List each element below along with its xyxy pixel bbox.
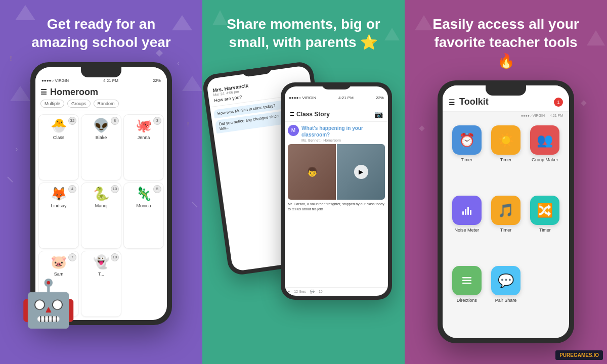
tool-timer-1[interactable]: ⏰ Timer: [450, 125, 484, 191]
svg-rect-23: [462, 280, 471, 282]
toolkit-hamburger-icon[interactable]: ☰: [449, 98, 455, 106]
play-button[interactable]: ▶: [354, 165, 368, 179]
tool-label-directions: Directions: [457, 298, 477, 303]
tool-label-timer-3: Timer: [500, 228, 512, 233]
story-attribution: Ms. Bennett · Homeroom: [301, 139, 385, 142]
student-card-lindsay[interactable]: 4 🦊 Lindsay: [38, 183, 79, 249]
watermark-suffix: .IO: [592, 352, 599, 358]
tab-groups[interactable]: Groups: [67, 100, 91, 108]
directions-icon: [452, 266, 482, 295]
phone-notch-1: [81, 67, 121, 77]
tool-label-noise-meter: Noise Meter: [454, 228, 479, 233]
notification-badge: 1: [554, 98, 563, 107]
svg-line-11: [192, 202, 197, 207]
signal-1: ●●●●○ VIRGIN: [41, 78, 69, 83]
phone-outer-3: ☰ Toolkit 1 ●●●●○ VIRGIN 4:21 PM ⏰ Timer: [438, 80, 574, 343]
story-title: Class Story: [296, 111, 330, 118]
tool-timer-3[interactable]: 🎵 Timer: [489, 196, 523, 261]
svg-rect-22: [462, 277, 471, 279]
monster-t: 👻: [93, 254, 109, 270]
tab-multiple[interactable]: Multiple: [40, 100, 64, 108]
story-hamburger-icon[interactable]: ☰: [290, 111, 294, 117]
svg-rect-24: [462, 283, 471, 284]
story-post: M What's happening in your classroom? Ms…: [285, 122, 388, 287]
student-card-class[interactable]: 32 🐣 Class: [38, 114, 79, 180]
phone-inner-3: ☰ Toolkit 1 ●●●●○ VIRGIN 4:21 PM ⏰ Timer: [443, 85, 569, 338]
timer-icon-1: ⏰: [452, 125, 482, 155]
phone-front: ●●●●○ VIRGIN 4:21 PM 22% ☰ Class Story 📷…: [281, 82, 392, 300]
time-1: 4:21 PM: [103, 78, 118, 83]
svg-marker-2: [10, 86, 30, 101]
statusbar-3: ●●●●○ VIRGIN 4:21 PM: [443, 112, 569, 118]
svg-text:‹: ‹: [177, 59, 180, 67]
student-card-jenna[interactable]: 3 🐙 Jenna: [123, 114, 164, 180]
toolkit-screen: ☰ Toolkit 1 ●●●●○ VIRGIN 4:21 PM ⏰ Timer: [443, 85, 569, 338]
group-maker-icon: 👥: [530, 125, 559, 155]
tool-timer-2[interactable]: ☀️ Timer: [489, 125, 523, 191]
tool-label-timer-2: Timer: [500, 157, 512, 162]
phone-notch-3: [486, 85, 526, 96]
student-name-manoj: Manoj: [95, 203, 108, 208]
student-badge-monica: 5: [153, 185, 161, 193]
panel-3: Easily access all your favorite teacher …: [405, 0, 607, 364]
comments-icon[interactable]: 💬: [310, 290, 315, 294]
tab-random[interactable]: Random: [94, 100, 119, 108]
filter-tabs: Multiple Groups Random: [40, 100, 162, 108]
tool-pair-share[interactable]: 💬 Pair Share: [489, 266, 523, 331]
monster-lindsay: 🦊: [51, 186, 67, 202]
student-name-monica: Monica: [136, 203, 151, 208]
timer-icon-4: 🔀: [530, 196, 559, 225]
student-name-blake: Blake: [96, 135, 107, 140]
student-name-class: Class: [53, 135, 65, 140]
avatar-teacher: M: [288, 125, 299, 136]
homeroom-header: ☰ Homeroom Multiple Groups Random: [35, 85, 167, 111]
svg-rect-18: [462, 211, 464, 215]
tool-noise-meter[interactable]: Noise Meter: [450, 196, 484, 261]
panel2-headline: Share moments, big or small, with parent…: [202, 0, 405, 57]
battery-front: 22%: [376, 96, 384, 100]
monster-blake: 👽: [93, 118, 109, 133]
svg-rect-17: [419, 125, 424, 131]
story-caption: Mr. Carson, a volunteer firefighter, sto…: [288, 202, 385, 212]
student-badge-lindsay: 4: [68, 185, 76, 193]
story-actions: ♥ 12 likes 💬 15: [285, 287, 388, 296]
monster-class: 🐣: [51, 118, 67, 133]
tool-directions[interactable]: Directions: [450, 266, 484, 331]
hamburger-icon[interactable]: ☰: [40, 88, 47, 96]
phone-front-screen: ●●●●○ VIRGIN 4:21 PM 22% ☰ Class Story 📷…: [285, 86, 388, 296]
student-name-jenna: Jenna: [138, 135, 150, 140]
tool-label-timer-1: Timer: [461, 157, 472, 162]
student-badge-t: 10: [111, 253, 119, 261]
timer-icon-2: ☀️: [491, 125, 521, 155]
signal-front: ●●●●○ VIRGIN: [289, 96, 316, 100]
story-post-header: M What's happening in your classroom? Ms…: [288, 125, 385, 142]
tools-grid: ⏰ Timer ☀️ Timer 👥 Group Maker: [443, 118, 569, 338]
comments-count: 15: [319, 290, 323, 294]
student-badge-sam: 7: [68, 253, 76, 261]
panel1-headline: Get ready for an amazing school year: [16, 0, 186, 57]
tool-group-maker[interactable]: 👥 Group Maker: [528, 125, 562, 191]
likes-icon[interactable]: ♥: [288, 290, 290, 294]
camera-icon[interactable]: 📷: [374, 110, 383, 118]
monster-sam: 🐷: [51, 254, 67, 270]
panel-1: ‹ › ! ! Get ready for an amazing school …: [0, 0, 202, 364]
tool-label-group-maker: Group Maker: [532, 157, 558, 162]
homeroom-title: Homeroom: [50, 87, 98, 98]
svg-text:›: ›: [15, 145, 18, 153]
student-card-monica[interactable]: 5 🦎 Monica: [123, 183, 164, 249]
pair-share-icon: 💬: [491, 266, 521, 295]
signal-3: ●●●●○ VIRGIN: [521, 114, 545, 117]
student-card-t[interactable]: 10 👻 T...: [81, 251, 121, 317]
student-card-blake[interactable]: 8 👽 Blake: [81, 114, 121, 180]
watermark-text: PUREGAMES: [559, 352, 592, 358]
story-header: ☰ Class Story 📷: [285, 101, 388, 122]
student-card-manoj[interactable]: 10 🐍 Manoj: [81, 183, 121, 249]
student-name-sam: Sam: [54, 271, 64, 277]
svg-text:!: !: [187, 121, 189, 128]
monster-monica: 🦎: [136, 186, 152, 202]
svg-marker-3: [182, 76, 202, 91]
svg-rect-19: [465, 209, 466, 215]
tool-timer-4[interactable]: 🔀 Timer: [528, 196, 562, 261]
student-badge-blake: 8: [111, 117, 119, 125]
timer-icon-3: 🎵: [491, 196, 521, 225]
